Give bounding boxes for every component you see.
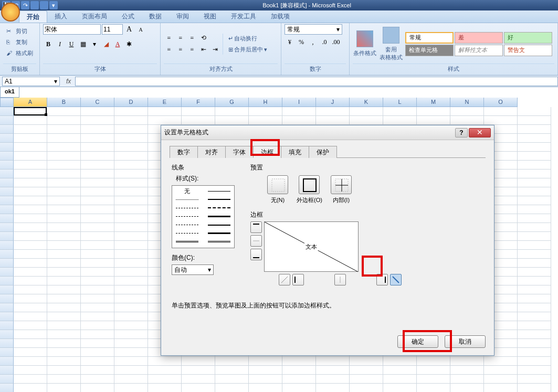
cell[interactable] [14, 277, 47, 285]
row-header[interactable] [0, 161, 14, 169]
qat-icon-5[interactable] [40, 1, 48, 9]
cell[interactable] [14, 187, 47, 196]
cell[interactable] [249, 116, 282, 125]
cell[interactable] [450, 357, 484, 366]
cell[interactable] [316, 384, 350, 392]
align-top-icon[interactable]: ≡ [164, 33, 174, 44]
cell[interactable] [282, 357, 316, 366]
cell[interactable] [316, 116, 350, 125]
cell[interactable] [114, 187, 148, 196]
col-header-B[interactable]: B [47, 98, 81, 107]
cell[interactable] [518, 375, 551, 384]
cell[interactable] [14, 366, 47, 375]
line-style-6[interactable] [173, 213, 201, 219]
row-header[interactable] [0, 187, 14, 196]
row-header[interactable] [0, 241, 14, 250]
cell[interactable] [249, 357, 282, 366]
cell[interactable] [518, 178, 551, 187]
cell[interactable] [182, 384, 215, 392]
cell[interactable] [114, 384, 148, 392]
cell[interactable] [114, 303, 148, 312]
cell[interactable] [81, 375, 114, 384]
style-normal[interactable]: 常规 [405, 32, 454, 44]
align-bottom-icon[interactable]: ≡ [187, 33, 197, 44]
bold-button[interactable]: B [43, 39, 54, 49]
cell[interactable] [14, 143, 47, 152]
cell[interactable] [81, 187, 114, 196]
cell[interactable] [47, 134, 81, 143]
cell[interactable] [417, 366, 450, 375]
cell[interactable] [47, 268, 81, 277]
border-top-icon[interactable] [250, 221, 262, 233]
cell[interactable] [182, 107, 215, 116]
cell[interactable] [182, 357, 215, 366]
cell[interactable] [518, 125, 551, 134]
cell[interactable] [14, 196, 47, 205]
tab-addins[interactable]: 加载项 [264, 10, 297, 23]
line-style-12[interactable] [173, 239, 201, 245]
cell[interactable] [182, 116, 215, 125]
cell[interactable] [47, 187, 81, 196]
align-middle-icon[interactable]: ≡ [175, 33, 186, 44]
col-header-D[interactable]: D [114, 98, 148, 107]
col-header-A[interactable]: A [14, 98, 47, 107]
cell[interactable] [81, 259, 114, 268]
line-style-3[interactable] [205, 196, 233, 203]
cell[interactable] [518, 384, 551, 392]
line-style-7[interactable] [205, 213, 233, 219]
cell[interactable] [47, 116, 81, 125]
line-style-8[interactable] [173, 222, 201, 228]
line-style-13[interactable] [205, 239, 233, 245]
cell[interactable] [81, 312, 114, 321]
cell[interactable] [47, 152, 81, 161]
cell[interactable] [14, 259, 47, 268]
cell[interactable] [114, 116, 148, 125]
preset-inside-button[interactable]: 内部(I) [331, 175, 352, 204]
style-warn[interactable]: 警告文 [504, 45, 552, 56]
conditional-format-button[interactable]: 条件格式 [353, 27, 377, 61]
cell[interactable] [518, 152, 551, 161]
cell[interactable] [47, 232, 81, 241]
cell[interactable] [518, 205, 551, 214]
row-header[interactable] [0, 321, 14, 330]
phonetic-button[interactable]: ✱ [124, 39, 134, 49]
style-bad[interactable]: 差 [455, 32, 503, 44]
cell[interactable] [417, 384, 450, 392]
cell[interactable] [47, 294, 81, 303]
cell[interactable] [215, 375, 249, 384]
cell[interactable] [484, 116, 518, 125]
col-header-L[interactable]: L [383, 98, 417, 107]
row-header[interactable] [0, 366, 14, 375]
cell[interactable] [148, 116, 182, 125]
row-header[interactable] [0, 116, 14, 125]
col-header-J[interactable]: J [316, 98, 350, 107]
merge-center-button[interactable]: ⊞合并后居中▾ [226, 45, 269, 55]
cell[interactable] [316, 366, 350, 375]
increase-font-icon[interactable]: A [124, 24, 134, 35]
dlg-tab-font[interactable]: 字体 [225, 146, 254, 158]
cell[interactable] [81, 268, 114, 277]
cell[interactable] [316, 107, 350, 116]
ok-button[interactable]: 确定 [397, 335, 438, 348]
cell[interactable] [148, 357, 182, 366]
cell[interactable] [114, 330, 148, 339]
cell[interactable] [350, 366, 383, 375]
cell[interactable] [47, 223, 81, 232]
cell[interactable] [518, 169, 551, 178]
cell[interactable] [114, 339, 148, 348]
cell[interactable] [81, 294, 114, 303]
copy-button[interactable]: ⎘复制 [4, 37, 35, 47]
row-header[interactable] [0, 268, 14, 277]
cell[interactable] [47, 321, 81, 330]
cell[interactable] [14, 285, 47, 294]
cell[interactable] [81, 134, 114, 143]
cell[interactable] [14, 357, 47, 366]
cell[interactable] [81, 357, 114, 366]
cell[interactable] [182, 375, 215, 384]
row-header[interactable] [0, 125, 14, 134]
cell[interactable] [114, 205, 148, 214]
line-style-1[interactable] [205, 188, 233, 194]
dlg-tab-fill[interactable]: 填充 [281, 146, 309, 158]
row-header[interactable] [0, 214, 14, 223]
cell[interactable] [316, 357, 350, 366]
